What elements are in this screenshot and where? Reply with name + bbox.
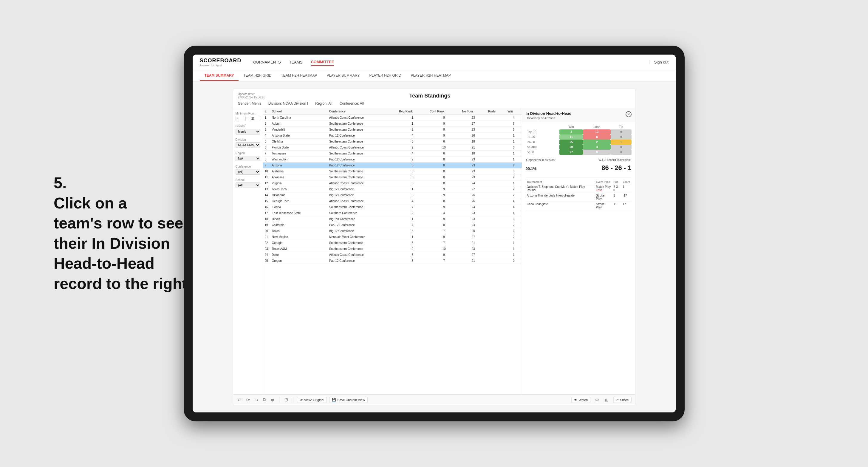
cell-rank: 13 [263, 186, 270, 192]
table-row[interactable]: 7 Tennessee Southeastern Conference 4 6 … [263, 151, 522, 157]
table-row[interactable]: 20 Texas Big 12 Conference 3 7 20 0 [263, 228, 522, 234]
table-row[interactable]: 9 Arizona Pac-12 Conference 5 8 23 2 [263, 162, 522, 168]
cell-rnds [486, 252, 506, 258]
table-row[interactable]: 21 New Mexico Mountain West Conference 1… [263, 234, 522, 240]
nav-teams[interactable]: TEAMS [289, 59, 303, 66]
undo-button[interactable]: ↩ [237, 397, 243, 403]
table-row[interactable]: 19 California Pac-12 Conference 4 8 24 2 [263, 222, 522, 228]
tourn-event-type: Match PlayLoss [595, 184, 613, 193]
cell-rnds [486, 151, 506, 157]
table-row[interactable]: 24 Duke Atlantic Coast Conference 5 9 27… [263, 252, 522, 258]
h2h-tie: 0 [611, 145, 631, 150]
filter-row: Gender: Men's Division: NCAA Division I … [238, 101, 630, 105]
tab-team-summary[interactable]: TEAM SUMMARY [200, 70, 239, 81]
cell-rank: 2 [263, 121, 270, 127]
cell-rank: 11 [263, 175, 270, 180]
table-row[interactable]: 10 Alabama Southeastern Conference 5 8 2… [263, 168, 522, 175]
cell-rank: 23 [263, 246, 270, 252]
cell-reg-rank: 8 [397, 240, 428, 246]
panel-title-row: Update time: 27/03/2024 15:56:26 Team St… [238, 92, 630, 99]
tab-team-h2h-grid[interactable]: TEAM H2H GRID [239, 70, 276, 81]
table-row[interactable]: 16 Florida Southeastern Conference 7 9 2… [263, 204, 522, 210]
table-row[interactable]: 12 Virginia Atlantic Coast Conference 3 … [263, 180, 522, 186]
table-row[interactable]: 2 Auburn Southeastern Conference 1 9 27 … [263, 121, 522, 127]
table-row[interactable]: 1 North Carolina Atlantic Coast Conferen… [263, 115, 522, 121]
cell-rnds [486, 180, 506, 186]
nav-tournaments[interactable]: TOURNAMENTS [251, 59, 281, 66]
view-original-button[interactable]: 👁 View: Original [297, 397, 327, 403]
table-row[interactable]: 23 Texas A&M Southeastern Conference 9 1… [263, 246, 522, 252]
share-button[interactable]: ↗ Share [613, 397, 631, 403]
grid-button[interactable]: ⊞ [604, 397, 610, 403]
cell-rnds [486, 145, 506, 151]
clock-button[interactable]: ⏱ [283, 397, 289, 403]
forward-button[interactable]: ↪ [253, 397, 259, 403]
min-rounds-to[interactable] [250, 116, 260, 121]
cell-conf-rank: 7 [428, 228, 460, 234]
division-filter-label: Division [236, 138, 260, 142]
settings-button[interactable]: ⚙ [594, 397, 600, 403]
redo-button[interactable]: ⟳ [245, 397, 251, 403]
watch-button[interactable]: 👁 Watch [571, 397, 590, 403]
h2h-col-win: Win [559, 124, 583, 129]
h2h-label: 11-25 [526, 134, 559, 139]
h2h-label: 51-100 [526, 145, 559, 150]
h2h-close-button[interactable]: ✕ [626, 111, 631, 117]
tab-player-h2h-grid[interactable]: PLAYER H2H GRID [364, 70, 406, 81]
more-button[interactable]: ⊕ [270, 397, 276, 403]
min-rounds-from[interactable] [236, 116, 246, 121]
cell-conf-rank: 9 [428, 204, 460, 210]
table-row[interactable]: 25 Oregon Pac-12 Conference 5 7 21 0 [263, 258, 522, 264]
table-row[interactable]: 15 Georgia Tech Atlantic Coast Conferenc… [263, 198, 522, 204]
h2h-win: 3 [559, 129, 583, 134]
copy-button[interactable]: ⧉ [262, 397, 267, 403]
cell-school: California [270, 222, 328, 228]
table-row[interactable]: 18 Illinois Big Ten Conference 1 9 23 3 [263, 216, 522, 222]
cell-conference: Big 12 Conference [328, 186, 397, 192]
update-time-label: Update time: [238, 92, 266, 96]
opponents-value: 99.1% [526, 166, 537, 171]
cell-win: 2 [506, 186, 522, 192]
h2h-tie: 0 [611, 150, 631, 155]
table-row[interactable]: 4 Arizona State Pac-12 Conference 4 9 26… [263, 133, 522, 139]
gender-filter-label: Gender [236, 125, 260, 128]
nav-committee[interactable]: COMMITTEE [311, 58, 334, 66]
region-select[interactable]: N/A [236, 156, 260, 161]
cell-no-tour: 26 [460, 198, 486, 204]
tab-player-summary[interactable]: PLAYER SUMMARY [322, 70, 365, 81]
cell-conf-rank: 8 [428, 168, 460, 175]
table-row[interactable]: 8 Washington Pac-12 Conference 2 8 23 1 [263, 157, 522, 162]
cell-no-tour: 27 [460, 252, 486, 258]
conference-select[interactable]: (All) [236, 169, 260, 175]
gender-select[interactable]: Men's Women's [236, 129, 260, 134]
table-row[interactable]: 13 Texas Tech Big 12 Conference 1 9 27 2 [263, 186, 522, 192]
tournament-row: Jackson T. Stephens Cup Men's Match-Play… [526, 184, 631, 193]
cell-rank: 25 [263, 258, 270, 264]
school-select[interactable]: (All) [236, 183, 260, 188]
division-select[interactable]: NCAA Division I [236, 142, 260, 148]
cell-rank: 20 [263, 228, 270, 234]
cell-win: 2 [506, 175, 522, 180]
tab-player-h2h-heatmap[interactable]: PLAYER H2H HEATMAP [406, 70, 456, 81]
table-row[interactable]: 11 Arkansas Southeastern Conference 6 8 … [263, 175, 522, 180]
view-icon: 👁 [300, 398, 303, 402]
h2h-col-loss: Loss [583, 124, 611, 129]
logo-sub: Powered by clippd [200, 64, 242, 67]
h2h-loss: 2 [583, 139, 611, 145]
table-row[interactable]: 5 Ole Miss Southeastern Conference 3 6 1… [263, 139, 522, 145]
cell-win: 0 [506, 258, 522, 264]
save-custom-button[interactable]: 💾 Save Custom View [329, 397, 368, 403]
cell-no-tour: 23 [460, 210, 486, 216]
cell-conference: Southeastern Conference [328, 204, 397, 210]
tourn-score: 17 [621, 201, 631, 210]
cell-win: 2 [506, 162, 522, 168]
division-filter-display: Division: NCAA Division I [268, 101, 308, 105]
table-row[interactable]: 14 Oklahoma Big 12 Conference 3 9 26 2 [263, 192, 522, 198]
cell-rnds [486, 204, 506, 210]
table-row[interactable]: 17 East Tennessee State Southern Confere… [263, 210, 522, 216]
table-row[interactable]: 22 Georgia Southeastern Conference 8 7 2… [263, 240, 522, 246]
tab-team-h2h-heatmap[interactable]: TEAM H2H HEATMAP [276, 70, 322, 81]
table-row[interactable]: 6 Florida State Atlantic Coast Conferenc… [263, 145, 522, 151]
table-row[interactable]: 3 Vanderbilt Southeastern Conference 2 8… [263, 127, 522, 133]
sign-out-button[interactable]: Sign out [649, 60, 669, 64]
